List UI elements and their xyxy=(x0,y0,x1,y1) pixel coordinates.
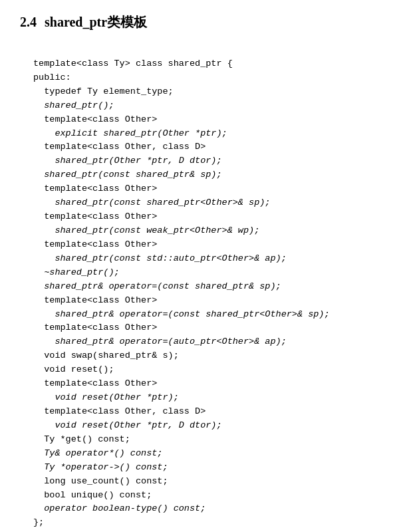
code-line: shared_ptr(Other *ptr, D dtor); xyxy=(33,154,399,168)
code-line: Ty& operator*() const; xyxy=(33,447,399,461)
code-line: shared_ptr(const shared_ptr& sp); xyxy=(33,168,399,182)
code-line: template<class Other, class D> xyxy=(33,140,399,154)
code-line: void reset(); xyxy=(33,363,399,377)
code-line: void swap(shared_ptr& s); xyxy=(33,349,399,363)
code-line: Ty *operator->() const; xyxy=(33,461,399,475)
code-line: shared_ptr& operator=(const shared_ptr& … xyxy=(33,280,399,294)
code-line: shared_ptr& operator=(const shared_ptr<O… xyxy=(33,308,399,322)
code-line: void reset(Other *ptr, D dtor); xyxy=(33,419,399,433)
code-line: shared_ptr(); xyxy=(33,99,399,113)
code-line: long use_count() const; xyxy=(33,475,399,489)
code-line: operator boolean-type() const; xyxy=(33,502,399,516)
code-line: template<class Other> xyxy=(33,113,399,127)
code-line: template<class Other> xyxy=(33,182,399,196)
code-line: public: xyxy=(33,71,399,85)
code-line: template<class Other> xyxy=(33,377,399,391)
section-header: 2.4 shared_ptr类模板 xyxy=(20,13,399,31)
section-title: shared_ptr类模板 xyxy=(45,13,147,31)
code-line: shared_ptr(const std::auto_ptr<Other>& a… xyxy=(33,252,399,266)
code-line: template<class Other> xyxy=(33,321,399,335)
section-number: 2.4 xyxy=(20,15,37,30)
code-line: Ty *get() const; xyxy=(33,433,399,447)
code-block: template<class Ty> class shared_ptr {pub… xyxy=(20,43,399,530)
code-line: template<class Other> xyxy=(33,294,399,308)
code-line: shared_ptr(const weak_ptr<Other>& wp); xyxy=(33,224,399,238)
code-line: }; xyxy=(33,516,399,530)
code-line: shared_ptr& operator=(auto_ptr<Other>& a… xyxy=(33,335,399,349)
code-line: void reset(Other *ptr); xyxy=(33,391,399,405)
code-line: bool unique() const; xyxy=(33,489,399,503)
code-line: explicit shared_ptr(Other *ptr); xyxy=(33,127,399,141)
code-line: typedef Ty element_type; xyxy=(33,85,399,99)
code-line: ~shared_ptr(); xyxy=(33,266,399,280)
code-line: template<class Other, class D> xyxy=(33,405,399,419)
code-line: shared_ptr(const shared_ptr<Other>& sp); xyxy=(33,196,399,210)
code-line: template<class Ty> class shared_ptr { xyxy=(33,57,399,71)
code-line: template<class Other> xyxy=(33,238,399,252)
code-line: template<class Other> xyxy=(33,210,399,224)
